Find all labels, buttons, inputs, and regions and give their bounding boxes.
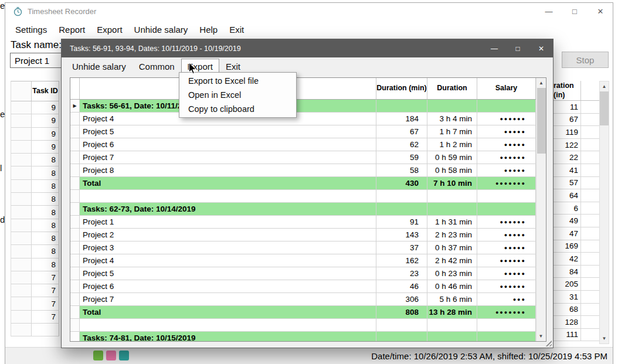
- table-row[interactable]: 47: [554, 227, 599, 240]
- scroll-up-icon[interactable]: ▲: [536, 78, 546, 88]
- table-row[interactable]: 9: [11, 114, 59, 127]
- table-row[interactable]: 57: [554, 177, 599, 190]
- menu-item-help[interactable]: Help: [193, 22, 223, 37]
- table-row[interactable]: Total4307 h 10 min●●●●●●●: [70, 177, 546, 190]
- minimize-button[interactable]: —: [483, 39, 506, 57]
- table-row[interactable]: 8: [11, 219, 59, 232]
- dialog-title: Tasks: 56-91, 93-94, Dates: 10/11/2019 -…: [70, 45, 241, 53]
- row-header-cell: [11, 128, 32, 140]
- table-row[interactable]: Tasks: 62-73, Date: 10/14/2019: [70, 203, 546, 216]
- table-row[interactable]: Project 41843 h 4 min●●●●●●: [70, 113, 546, 125]
- table-row[interactable]: 8: [11, 166, 59, 179]
- table-row[interactable]: Project 5230 h 23 min●●●●●: [70, 267, 546, 280]
- task-id-cell: 8: [32, 154, 59, 166]
- table-row[interactable]: 9: [11, 101, 59, 114]
- table-row[interactable]: 8: [11, 154, 59, 166]
- table-row[interactable]: Project 6621 h 2 min●●●●●: [70, 138, 546, 151]
- table-row[interactable]: Project 1911 h 31 min●●●●●●: [70, 216, 546, 229]
- table-row[interactable]: 67: [554, 114, 599, 127]
- main-grid-scrollbar[interactable]: ▲ ▼: [599, 81, 609, 344]
- table-row[interactable]: 128: [554, 316, 599, 329]
- table-row[interactable]: Project 8580 h 58 min●●●●●: [70, 164, 546, 177]
- table-row[interactable]: 7: [11, 271, 59, 284]
- table-row[interactable]: 84: [554, 266, 599, 278]
- scroll-down-icon[interactable]: ▼: [536, 331, 545, 341]
- duration-cell: 2 h 42 min: [427, 254, 477, 267]
- menu-item-settings[interactable]: Settings: [9, 22, 53, 37]
- table-row[interactable]: 8: [11, 245, 59, 258]
- scrollbar-thumb[interactable]: [537, 88, 546, 154]
- table-row[interactable]: 8: [11, 193, 59, 206]
- table-row[interactable]: [70, 319, 546, 332]
- menu-item-report[interactable]: Report: [53, 22, 91, 37]
- salary-cell: ●●●●●●: [477, 280, 536, 292]
- table-row[interactable]: Project 21432 h 23 min●●●●●: [70, 229, 546, 241]
- table-row[interactable]: 8: [11, 258, 59, 271]
- table-row[interactable]: ▶Tasks: 56-61, Date: 10/11/2019: [70, 100, 546, 113]
- table-row[interactable]: 8: [11, 180, 59, 193]
- stop-button[interactable]: Stop: [562, 52, 609, 68]
- table-row[interactable]: Tasks: 74-81, Date: 10/15/2019: [70, 332, 546, 342]
- taskbar-icon-green[interactable]: [93, 351, 103, 360]
- maximize-button[interactable]: □: [506, 39, 529, 57]
- table-row[interactable]: 22: [554, 151, 599, 164]
- table-row[interactable]: 9: [11, 141, 59, 154]
- table-row[interactable]: 64: [554, 189, 599, 202]
- table-row[interactable]: 7: [11, 284, 59, 297]
- table-row[interactable]: 11: [554, 101, 599, 114]
- row-header-cell: [11, 114, 32, 127]
- report-grid-scrollbar[interactable]: ▲ ▼: [536, 78, 546, 341]
- table-row[interactable]: 31: [554, 291, 599, 304]
- menu-item-exit[interactable]: Exit: [223, 22, 250, 37]
- table-row[interactable]: 111: [554, 329, 599, 342]
- salary-cell: ●●●●●: [477, 229, 536, 241]
- menu-item-common[interactable]: Common: [133, 59, 181, 74]
- close-button[interactable]: ✕: [588, 2, 613, 20]
- minimize-button[interactable]: —: [536, 2, 562, 20]
- table-row[interactable]: Project 7590 h 59 min●●●●●●: [70, 151, 546, 164]
- menu-item-export[interactable]: Export: [91, 22, 128, 37]
- table-row[interactable]: 169: [554, 240, 599, 253]
- table-row[interactable]: Total80813 h 28 min●●●●●●●: [70, 306, 546, 319]
- task-id-cell: 7: [32, 271, 59, 284]
- close-button[interactable]: ✕: [529, 39, 553, 57]
- menu-item-unhide-salary[interactable]: Unhide salary: [66, 59, 133, 74]
- salary-cell: ●●●●●●: [477, 151, 536, 164]
- clipped-cell: [581, 101, 599, 113]
- table-row[interactable]: 9: [11, 128, 59, 141]
- table-row[interactable]: Project 6460 h 46 min●●●●●●: [70, 280, 546, 293]
- table-row[interactable]: 122: [554, 139, 599, 152]
- menu-item-open-in-excel[interactable]: Open in Excel: [179, 88, 296, 102]
- scrollbar-thumb[interactable]: [600, 91, 609, 125]
- table-row[interactable]: 41: [554, 164, 599, 177]
- table-row[interactable]: 42: [554, 253, 599, 266]
- table-row[interactable]: Project 41622 h 42 min●●●●●●: [70, 254, 546, 267]
- table-row[interactable]: [70, 190, 546, 203]
- salary-column-header: Salary: [477, 78, 536, 99]
- menu-item-copy-to-clipboard[interactable]: Copy to clipboard: [179, 102, 296, 116]
- table-row[interactable]: Project 73065 h 6 min●●●: [70, 293, 546, 306]
- duration-min-cell: [376, 190, 427, 202]
- table-row[interactable]: Project 3370 h 37 min●●●●●: [70, 241, 546, 254]
- menu-item-unhide-salary[interactable]: Unhide salary: [128, 22, 194, 37]
- table-row[interactable]: 8: [11, 206, 59, 219]
- taskbar-icon-pink[interactable]: [106, 351, 116, 360]
- duration-min-cell: [376, 319, 427, 331]
- table-row[interactable]: Project 5671 h 7 min●●●●●: [70, 125, 546, 138]
- table-row[interactable]: 8: [11, 232, 59, 245]
- table-row[interactable]: 6: [554, 202, 599, 215]
- table-row[interactable]: 7: [11, 297, 59, 310]
- row-header-cell: [11, 271, 32, 284]
- taskbar-icon-teal[interactable]: [119, 351, 129, 360]
- table-row[interactable]: 68: [554, 304, 599, 317]
- table-row[interactable]: 7: [11, 311, 59, 324]
- duration-cell: [427, 203, 477, 215]
- maximize-button[interactable]: □: [562, 2, 588, 20]
- scroll-up-icon[interactable]: ▲: [600, 81, 609, 91]
- scroll-down-icon[interactable]: ▼: [600, 334, 609, 343]
- table-row[interactable]: [11, 324, 59, 336]
- table-row[interactable]: 119: [554, 126, 599, 139]
- table-row[interactable]: 205: [554, 278, 599, 291]
- table-row[interactable]: 49: [554, 215, 599, 227]
- task-id-cell: 8: [32, 232, 59, 244]
